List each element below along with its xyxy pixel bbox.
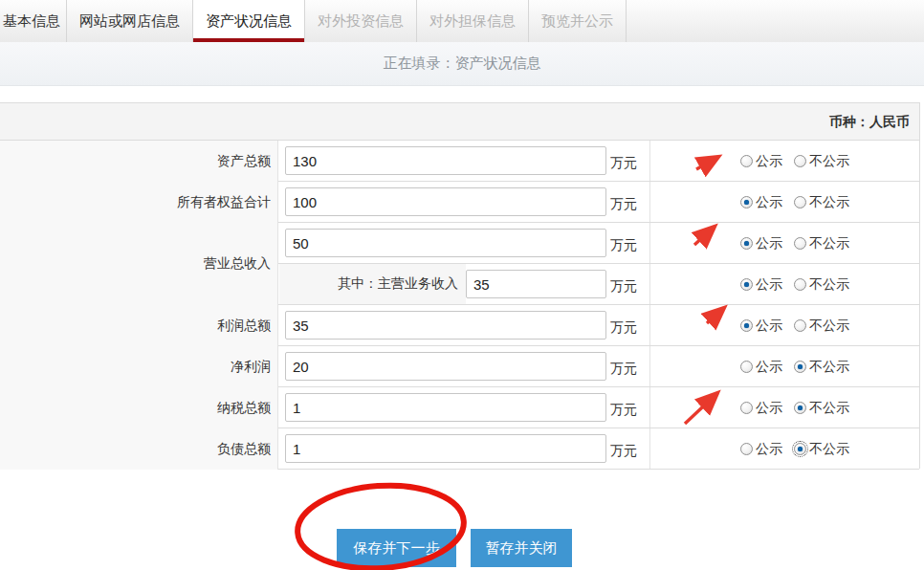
unit-suffix: 万元: [610, 305, 637, 346]
form-row-total-profit: 利润总额 万元 公示 不公示: [0, 305, 919, 346]
radio-label-public[interactable]: 公示: [756, 235, 782, 252]
unit-suffix: 万元: [610, 387, 637, 428]
radio-label-public[interactable]: 公示: [756, 153, 782, 170]
radio-public-total-profit[interactable]: [740, 319, 753, 332]
radio-public-owners-equity[interactable]: [740, 196, 753, 208]
radio-label-public[interactable]: 公示: [756, 441, 782, 458]
row-label: 纳税总额: [0, 387, 278, 428]
tab-investment-info: 对外投资信息: [305, 0, 417, 42]
form-row-total-liabilities: 负债总额 万元 公示 不公示: [0, 428, 919, 470]
publicity-choice: 公示 不公示: [649, 305, 919, 346]
current-section-banner: 正在填录：资产状况信息: [0, 42, 924, 86]
radio-private-total-profit[interactable]: [794, 319, 806, 332]
save-next-button[interactable]: 保存并下一步: [337, 529, 456, 567]
form-row-total-revenue: 营业总收入 万元 公示 不公示: [0, 223, 919, 264]
input-total-liabilities[interactable]: [285, 434, 606, 463]
row-label: 负债总额: [0, 428, 278, 470]
form-row-net-profit: 净利润 万元 公示 不公示: [0, 346, 919, 387]
currency-header: 币种：人民币: [0, 103, 919, 141]
publicity-choice: 公示 不公示: [649, 428, 919, 470]
current-section-text: 正在填录：资产状况信息: [384, 55, 541, 73]
tab-bar: 基本信息 网站或网店信息 资产状况信息 对外投资信息 对外担保信息 预览并公示: [0, 0, 924, 42]
radio-label-public[interactable]: 公示: [756, 359, 782, 376]
radio-public-main-business-revenue[interactable]: [740, 278, 753, 291]
row-label: 净利润: [0, 346, 278, 387]
input-total-assets[interactable]: [285, 146, 606, 175]
asset-status-form-page: 基本信息 网站或网店信息 资产状况信息 对外投资信息 对外担保信息 预览并公示 …: [0, 0, 924, 570]
input-total-tax[interactable]: [285, 393, 606, 422]
form-row-total-tax: 纳税总额 万元 公示 不公示: [0, 387, 919, 428]
publicity-choice: 公示 不公示: [649, 223, 919, 264]
radio-public-net-profit[interactable]: [740, 361, 753, 373]
unit-suffix: 万元: [610, 182, 637, 223]
radio-label-public[interactable]: 公示: [756, 400, 782, 417]
radio-private-total-assets[interactable]: [794, 155, 806, 167]
radio-label-private[interactable]: 不公示: [809, 400, 849, 417]
row-label: 资产总额: [0, 141, 278, 182]
input-main-business-revenue[interactable]: [466, 270, 606, 298]
tab-basic-info[interactable]: 基本信息: [0, 0, 67, 42]
radio-private-net-profit[interactable]: [794, 361, 806, 373]
publicity-choice: 公示 不公示: [649, 387, 919, 428]
input-total-profit[interactable]: [285, 311, 606, 340]
unit-suffix: 万元: [610, 141, 637, 182]
tab-preview-publish: 预览并公示: [529, 0, 627, 42]
radio-label-private[interactable]: 不公示: [809, 194, 849, 211]
sub-row-label: 其中：主营业务收入: [279, 264, 466, 304]
tab-website-info[interactable]: 网站或网店信息: [67, 0, 193, 42]
radio-public-total-assets[interactable]: [740, 155, 753, 167]
radio-private-total-tax[interactable]: [794, 402, 806, 414]
radio-label-public[interactable]: 公示: [756, 194, 782, 211]
radio-public-total-liabilities[interactable]: [740, 443, 753, 455]
form-row-total-assets: 资产总额 万元 公示 不公示: [0, 141, 919, 182]
asset-status-table: 币种：人民币 资产总额 万元 公示 不公示 所有者权益合计 万元 公示 不公示: [0, 102, 920, 469]
input-owners-equity[interactable]: [285, 187, 606, 216]
radio-private-total-revenue[interactable]: [794, 237, 806, 250]
unit-suffix: 万元: [610, 428, 637, 470]
radio-label-private[interactable]: 不公示: [809, 153, 849, 170]
radio-label-public[interactable]: 公示: [756, 276, 782, 294]
radio-private-main-business-revenue[interactable]: [794, 278, 806, 291]
radio-private-owners-equity[interactable]: [794, 196, 806, 208]
tab-guarantee-info: 对外担保信息: [417, 0, 529, 42]
tab-asset-status[interactable]: 资产状况信息: [193, 0, 305, 42]
radio-label-private[interactable]: 不公示: [809, 359, 849, 376]
radio-private-total-liabilities[interactable]: [794, 443, 806, 455]
radio-public-total-tax[interactable]: [740, 402, 753, 414]
radio-label-private[interactable]: 不公示: [809, 276, 849, 294]
input-net-profit[interactable]: [285, 352, 606, 381]
radio-label-private[interactable]: 不公示: [809, 235, 849, 252]
radio-label-public[interactable]: 公示: [756, 318, 782, 335]
input-total-revenue[interactable]: [285, 229, 606, 257]
publicity-choice: 公示 不公示: [649, 264, 919, 305]
publicity-choice: 公示 不公示: [649, 346, 919, 387]
save-close-button[interactable]: 暂存并关闭: [471, 529, 572, 567]
unit-suffix: 万元: [610, 223, 637, 264]
form-row-owners-equity: 所有者权益合计 万元 公示 不公示: [0, 182, 919, 223]
radio-public-total-revenue[interactable]: [740, 237, 753, 250]
row-label: 所有者权益合计: [0, 182, 278, 223]
unit-suffix: 万元: [610, 346, 637, 387]
radio-label-private[interactable]: 不公示: [809, 441, 849, 458]
publicity-choice: 公示 不公示: [649, 182, 919, 223]
radio-label-private[interactable]: 不公示: [809, 318, 849, 335]
unit-suffix: 万元: [610, 264, 637, 305]
row-label: 营业总收入: [0, 223, 278, 305]
row-label: 利润总额: [0, 305, 278, 346]
publicity-choice: 公示 不公示: [649, 141, 919, 182]
